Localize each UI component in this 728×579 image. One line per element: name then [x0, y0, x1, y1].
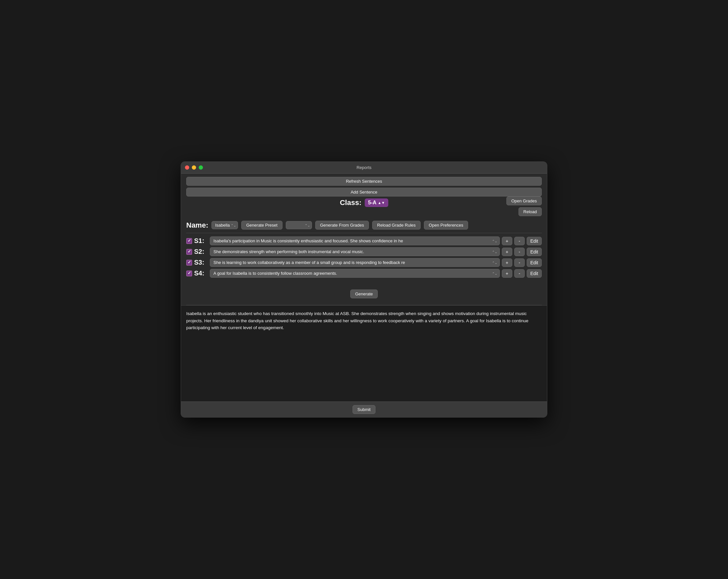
sentence-row-1: S1:+-Edit — [186, 236, 542, 245]
sentence-add-button-2[interactable]: + — [502, 248, 512, 256]
name-select[interactable]: Isabella — [211, 221, 238, 229]
refresh-sentences-button[interactable]: Refresh Sentences — [186, 177, 542, 186]
sentence-add-button-1[interactable]: + — [502, 237, 512, 245]
window-title: Reports — [357, 165, 371, 170]
bottom-bar: Submit — [181, 402, 547, 417]
sentence-edit-button-2[interactable]: Edit — [527, 248, 542, 256]
sentence-label-1: S1: — [194, 237, 208, 245]
sentence-checkbox-3[interactable] — [186, 260, 192, 266]
traffic-lights — [185, 166, 203, 170]
generate-area: Generate — [181, 283, 547, 305]
sentence-input-3[interactable] — [210, 258, 500, 267]
sentence-label-4: S4: — [194, 270, 208, 277]
sentence-edit-button-3[interactable]: Edit — [527, 258, 542, 267]
submit-button[interactable]: Submit — [353, 405, 375, 414]
sentence-input-wrapper-3 — [210, 258, 500, 267]
preset-select-wrapper — [286, 221, 312, 229]
title-bar: Reports — [181, 162, 547, 174]
sentence-row-4: S4:+-Edit — [186, 269, 542, 278]
sentence-remove-button-2[interactable]: - — [514, 248, 525, 256]
reload-grade-rules-button[interactable]: Reload Grade Rules — [372, 221, 421, 230]
name-select-wrapper: Isabella — [211, 221, 238, 229]
sentence-checkbox-1[interactable] — [186, 238, 192, 244]
name-label: Name: — [186, 221, 208, 230]
open-preferences-button[interactable]: Open Preferences — [424, 221, 468, 230]
toolbar-left: Refresh Sentences Add Sentence — [186, 177, 542, 197]
name-row: Name: Isabella Generate Preset Generate … — [181, 218, 547, 233]
class-label: Class: — [340, 198, 361, 207]
sentence-edit-button-1[interactable]: Edit — [527, 237, 542, 245]
app-window: Reports Refresh Sentences Add Sentence C… — [181, 161, 547, 418]
sentences-area: S1:+-EditS2:+-EditS3:+-EditS4:+-Edit — [181, 233, 547, 283]
sentence-row-2: S2:+-Edit — [186, 247, 542, 256]
sentence-remove-button-3[interactable]: - — [514, 258, 525, 267]
sentence-remove-button-1[interactable]: - — [514, 237, 525, 245]
sentence-input-wrapper-2 — [210, 247, 500, 256]
sentence-row-3: S3:+-Edit — [186, 258, 542, 267]
sentence-add-button-4[interactable]: + — [502, 269, 512, 278]
sentence-input-4[interactable] — [210, 269, 500, 278]
toolbar-area: Refresh Sentences Add Sentence Class: 5-… — [181, 174, 547, 218]
reload-button[interactable]: Reload — [519, 207, 542, 216]
sentence-input-wrapper-1 — [210, 236, 500, 245]
preset-select[interactable] — [286, 221, 312, 229]
generate-from-grades-button[interactable]: Generate From Grades — [315, 221, 369, 230]
toolbar-center: Class: 5-A ▲▼ — [340, 198, 388, 207]
sentence-label-3: S3: — [194, 259, 208, 266]
maximize-button[interactable] — [199, 166, 203, 170]
generate-button[interactable]: Generate — [350, 290, 378, 298]
sentence-add-button-3[interactable]: + — [502, 258, 512, 267]
output-text: Isabella is an enthusiastic student who … — [186, 310, 542, 331]
sentence-remove-button-4[interactable]: - — [514, 269, 525, 278]
open-grades-button[interactable]: Open Grades — [506, 197, 542, 205]
output-area: Isabella is an enthusiastic student who … — [181, 305, 547, 336]
add-sentence-button[interactable]: Add Sentence — [186, 187, 542, 197]
minimize-button[interactable] — [192, 166, 196, 170]
class-chevrons-icon: ▲▼ — [378, 201, 385, 205]
generate-preset-button[interactable]: Generate Preset — [241, 221, 282, 230]
class-selector[interactable]: 5-A ▲▼ — [365, 198, 388, 207]
output-blank-space — [181, 336, 547, 402]
sentence-checkbox-4[interactable] — [186, 271, 192, 276]
sentence-edit-button-4[interactable]: Edit — [527, 269, 542, 278]
sentence-input-1[interactable] — [210, 236, 500, 245]
class-value: 5-A — [368, 200, 376, 206]
sentence-input-2[interactable] — [210, 247, 500, 256]
sentence-checkbox-2[interactable] — [186, 249, 192, 255]
sentence-input-wrapper-4 — [210, 269, 500, 278]
sentence-label-2: S2: — [194, 248, 208, 255]
close-button[interactable] — [185, 166, 189, 170]
